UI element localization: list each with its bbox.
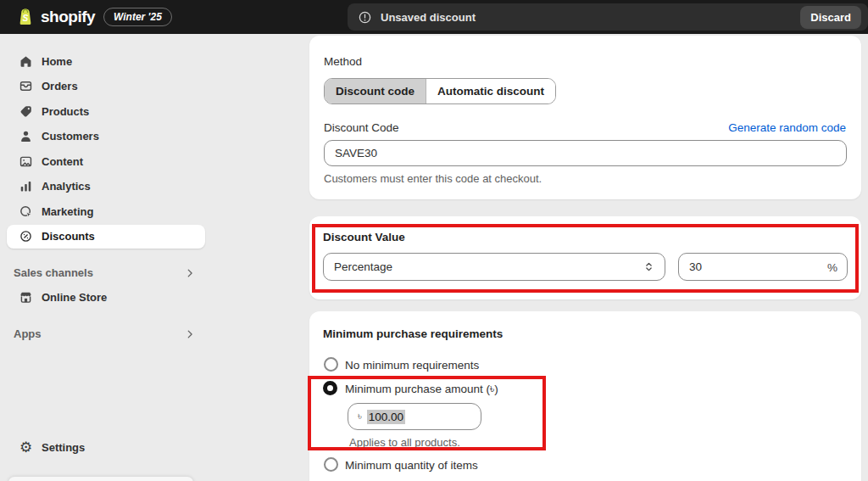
discount-value-card: Discount Value Percentage % bbox=[309, 216, 861, 299]
radio-minimum-amount-label[interactable]: Minimum purchase amount (৳) bbox=[345, 383, 498, 396]
marketing-icon bbox=[19, 204, 33, 219]
sidebar-item-content[interactable]: Content bbox=[7, 149, 205, 173]
sidebar-item-label: Customers bbox=[42, 130, 99, 143]
apps-header[interactable]: Apps bbox=[0, 323, 212, 345]
sidebar-item-customers[interactable]: Customers bbox=[7, 125, 205, 148]
shopify-admin-screen: S shopify Winter '25 Unsaved discount Di… bbox=[0, 0, 868, 481]
sidebar-item-label: Analytics bbox=[42, 180, 91, 193]
shopify-bag-icon: S bbox=[15, 7, 36, 27]
alert-circle-icon bbox=[358, 10, 372, 25]
products-icon bbox=[19, 104, 33, 119]
sidebar-item-label: Orders bbox=[42, 80, 78, 92]
sidebar-item-analytics[interactable]: Analytics bbox=[7, 175, 205, 199]
minimum-requirements-card: Minimum purchase requirements No minimum… bbox=[309, 311, 861, 481]
sidebar-item-online-store[interactable]: Online Store bbox=[7, 286, 205, 310]
discounts-icon bbox=[19, 229, 33, 243]
percent-suffix: % bbox=[827, 260, 837, 273]
method-segmented-control: Discount code Automatic discount bbox=[324, 78, 556, 104]
minimum-amount-help: Applies to all products. bbox=[349, 436, 460, 449]
sidebar-item-settings[interactable]: ⚙ Settings bbox=[7, 435, 205, 459]
segment-discount-code[interactable]: Discount code bbox=[325, 79, 426, 103]
discount-value-title: Discount Value bbox=[323, 231, 405, 243]
sidebar-item-label: Settings bbox=[42, 441, 85, 454]
unsaved-status-text: Unsaved discount bbox=[381, 11, 476, 24]
sales-channels-header[interactable]: Sales channels bbox=[0, 262, 212, 284]
minimum-requirements-title: Minimum purchase requirements bbox=[323, 327, 503, 340]
sidebar-bottom-popup-edge bbox=[8, 477, 193, 481]
shopify-wordmark: shopify bbox=[41, 8, 95, 26]
generate-random-code-link[interactable]: Generate random code bbox=[728, 121, 846, 134]
shopify-logo[interactable]: S shopify bbox=[0, 7, 95, 27]
sidebar-item-orders[interactable]: Orders bbox=[7, 75, 205, 98]
method-card: Method Discount code Automatic discount … bbox=[309, 36, 861, 199]
chevron-right-icon[interactable] bbox=[182, 266, 197, 280]
storefront-icon bbox=[19, 290, 33, 305]
value-type-selected: Percentage bbox=[334, 260, 392, 273]
svg-text:S: S bbox=[23, 14, 29, 23]
gear-icon: ⚙ bbox=[19, 440, 33, 455]
sidebar-item-label: Content bbox=[42, 155, 83, 168]
sidebar-item-products[interactable]: Products bbox=[7, 99, 205, 123]
minimum-amount-value: 100.00 bbox=[367, 410, 405, 424]
radio-minimum-quantity-label[interactable]: Minimum quantity of items bbox=[345, 459, 478, 472]
orders-icon bbox=[19, 79, 33, 93]
radio-minimum-amount[interactable] bbox=[323, 381, 337, 395]
discount-code-help: Customers must enter this code at checko… bbox=[324, 172, 542, 185]
method-label: Method bbox=[324, 55, 362, 68]
sidebar-item-marketing[interactable]: Marketing bbox=[7, 199, 205, 223]
sidebar: Home Orders Products Customers bbox=[0, 34, 212, 481]
home-icon bbox=[19, 54, 33, 69]
currency-prefix: ৳ bbox=[358, 411, 362, 423]
select-updown-icon bbox=[642, 260, 656, 274]
discount-code-input[interactable] bbox=[324, 140, 847, 166]
sidebar-item-label: Marketing bbox=[42, 205, 93, 218]
minimum-amount-input[interactable]: ৳ 100.00 bbox=[348, 403, 481, 430]
discard-button[interactable]: Discard bbox=[800, 6, 861, 29]
topbar: S shopify Winter '25 Unsaved discount Di… bbox=[0, 0, 868, 34]
radio-minimum-quantity[interactable] bbox=[324, 457, 338, 472]
chevron-right-icon[interactable] bbox=[182, 327, 197, 341]
unsaved-changes-bar: Unsaved discount Discard bbox=[348, 3, 868, 31]
sidebar-item-discounts[interactable]: Discounts bbox=[7, 225, 205, 249]
sidebar-item-label: Home bbox=[42, 55, 72, 68]
discount-code-label: Discount Code bbox=[324, 121, 399, 134]
segment-automatic-discount[interactable]: Automatic discount bbox=[426, 79, 555, 103]
radio-no-minimum-label[interactable]: No minimum requirements bbox=[345, 359, 479, 372]
sidebar-nav: Home Orders Products Customers bbox=[0, 34, 212, 249]
sidebar-item-label: Online Store bbox=[42, 291, 107, 304]
content-icon bbox=[19, 154, 33, 169]
value-amount-input[interactable] bbox=[678, 253, 848, 281]
sidebar-item-label: Discounts bbox=[42, 230, 95, 243]
value-type-select[interactable]: Percentage bbox=[323, 253, 665, 281]
radio-no-minimum[interactable] bbox=[324, 357, 338, 372]
value-amount-wrap: % bbox=[678, 253, 848, 281]
customers-icon bbox=[19, 129, 33, 143]
sidebar-item-label: Products bbox=[42, 105, 89, 118]
analytics-icon bbox=[19, 179, 33, 193]
edition-badge[interactable]: Winter '25 bbox=[103, 8, 172, 26]
sidebar-item-home[interactable]: Home bbox=[7, 49, 205, 73]
